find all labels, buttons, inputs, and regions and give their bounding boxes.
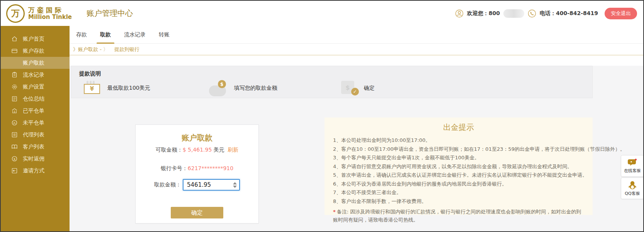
step-label: 填写您的取款金额 [234,85,277,92]
agent-list-icon [11,131,18,138]
withdraw-form: 账户取款 可取金额：$ 5,461.95 美元 刷新 银行卡号：6217****… [135,125,259,223]
sidebar-nav: 账户首页 账户存款 账户取款 流水记录 账户设置 仓位总结 已平仓单 未平仓单 [1,26,70,231]
account-management-page: 万 万銮国际 Million Tinkle 账户管理中心 欢迎您：800 电话：… [0,0,644,232]
tab-records[interactable]: 流水记录 [123,31,147,43]
qq-service-label: QQ客服 [625,191,640,196]
sidebar-item-label: 代理列表 [23,131,44,138]
sidebar-item-withdraw[interactable]: 账户取款 [1,57,70,69]
bank-card-row: 银行卡号：6217********910 [136,165,258,172]
notice-remark: *备注: 因涉及跨境银行和国内银行的汇款情况，银行与银行之间的处理速度也会影响到… [333,208,584,224]
step-label: 确定 [364,85,375,92]
piggy-bank-icon: $ [209,80,229,96]
online-service-label: 在线客服 [624,168,641,174]
instruction-step-minimum: ¥ 最低取款100美元 [84,81,150,96]
sidebar-item-label: 账户取款 [23,60,44,67]
logo-english-name: Million Tinkle [28,14,72,20]
customer-list-icon [11,143,18,150]
withdraw-amount-input[interactable] [183,179,240,191]
notice-item: 2、客户在10：00至17:00申请出金，资金当日即可到账；如在17：01至23… [333,145,584,154]
step-label: 最低取款100美元 [107,85,150,92]
sidebar-item-invite-method[interactable]: 邀请方式 [1,165,70,177]
sidebar-item-label: 账户首页 [23,36,44,43]
sidebar-item-label: 流水记录 [23,72,44,78]
submit-withdraw-button[interactable]: 确定 [171,207,223,218]
masked-account-number [503,9,524,18]
welcome-text: 欢迎您：800 [467,10,500,17]
remark-star: * [333,209,336,215]
open-orders-icon [11,119,18,126]
available-amount-row: 可取金额：$ 5,461.95 美元 刷新 [136,147,258,154]
sidebar-item-deposit[interactable]: 账户存款 [1,45,70,57]
logo-chinese-name: 万銮国际 [28,7,72,14]
notice-item: 6、本公司不设为香港居民出金到内地银行的服务或内地居民出金到香港银行。 [333,180,584,189]
main-content: 提款说明 ¥ 最低取款100美元 $ 填写您的取款金额 [70,66,643,231]
bank-card-number: 6217********910 [188,165,233,171]
refresh-link[interactable]: 刷新 [228,147,238,153]
sidebar-item-open-orders[interactable]: 未平仓单 [1,117,70,129]
breadcrumb-path[interactable]: 》账户取款 - 〉 [73,46,108,53]
stepper-up-icon[interactable] [233,182,237,184]
closed-orders-icon [11,107,18,114]
rebate-icon: $ [11,155,18,162]
floating-service-buttons: 在线客服 QQ客服 [621,155,644,199]
online-service-button[interactable]: 在线客服 [621,155,644,177]
chat-bubble-icon [628,159,637,167]
service-phone-text: 电话：400-842-8419 [540,10,598,17]
content-header: 存款 取款 流水记录 转账 》账户取款 - 〉 提款到银行 [70,26,643,66]
records-icon [11,72,18,78]
notice-item: 3、每个客户每天只能提交出金申请1次，金额不能低于100美金。 [333,154,584,162]
breadcrumb: 》账户取款 - 〉 提款到银行 [70,44,643,55]
settings-gear-icon [11,84,18,90]
phone-icon [528,9,536,18]
tab-transfer[interactable]: 转账 [158,31,171,43]
tab-bar: 存款 取款 流水记录 转账 [70,26,643,44]
instruction-step-confirm: $ ✓ 确定 [341,81,375,96]
tab-deposit[interactable]: 存款 [75,31,88,43]
sidebar-item-agent-list[interactable]: 代理列表 [1,129,70,141]
home-icon [11,36,18,42]
sidebar-item-label: 仓位总结 [23,96,44,102]
sidebar-item-account-settings[interactable]: 账户设置 [1,81,70,93]
withdraw-instructions-panel: 提款说明 ¥ 最低取款100美元 $ 填写您的取款金额 [71,66,593,98]
sidebar-item-label: 未平仓单 [23,119,44,126]
min-withdraw-icon: ¥ [84,81,102,96]
qq-service-button[interactable]: QQ客服 [621,177,644,199]
tab-withdraw[interactable]: 取款 [99,31,112,43]
sidebar-item-customer-list[interactable]: 客户列表 [1,141,70,153]
sidebar-item-closed-orders[interactable]: 已平仓单 [1,105,70,117]
brand-logo: 万 万銮国际 Million Tinkle [6,4,72,23]
breadcrumb-current: 提款到银行 [114,46,139,53]
sidebar-item-transaction-records[interactable]: 流水记录 [1,69,70,81]
user-icon [455,9,464,18]
confirm-step-icon: $ ✓ [341,81,359,96]
stepper-down-icon[interactable] [233,186,237,188]
page-title: 账户管理中心 [87,8,133,19]
sidebar-item-label: 客户列表 [23,143,44,150]
invite-icon [11,167,18,174]
available-amount-label: 可取金额： [156,147,183,153]
sidebar-item-label: 账户存款 [23,48,44,55]
sidebar-item-account-home[interactable]: 账户首页 [1,33,70,45]
withdrawal-notice-panel: 出金提示 1、本公司处理出金时间为10:00至17:00。 2、客户在10：00… [325,118,593,215]
amount-stepper[interactable] [233,179,237,191]
sidebar-item-label: 已平仓单 [23,107,44,114]
logo-icon: 万 [6,4,25,23]
bank-card-label: 银行卡号： [161,165,188,171]
notice-item: 4、客户请自行留意交易账户内的可用资金状况，以免不足以扣除出金金额，导致延误办理… [333,162,584,171]
sidebar-item-realtime-rebate[interactable]: $ 实时返佣 [1,153,70,165]
remark-text: 备注: 因涉及跨境银行和国内银行的汇款情况，银行与银行之间的处理速度也会影响到账… [333,209,581,223]
logout-button[interactable]: 安全退出 [605,8,637,19]
notice-item: 1、本公司处理出金时间为10:00至17:00。 [333,136,584,145]
svg-text:$: $ [14,157,15,161]
notice-item: 7、本公司不接受第三者出金。 [333,188,584,197]
position-summary-icon [11,96,18,102]
top-header: 万 万銮国际 Million Tinkle 账户管理中心 欢迎您：800 电话：… [1,1,643,26]
withdraw-amount-label: 取款金额： [154,181,181,188]
notice-title: 出金提示 [333,122,584,133]
deposit-icon [11,48,18,54]
sidebar-item-label: 邀请方式 [23,167,44,174]
available-amount-value: $ 5,461.95 [183,147,212,153]
sidebar-item-label: 账户设置 [23,84,44,90]
sidebar-item-position-summary[interactable]: 仓位总结 [1,93,70,105]
instructions-title: 提款说明 [79,70,585,77]
